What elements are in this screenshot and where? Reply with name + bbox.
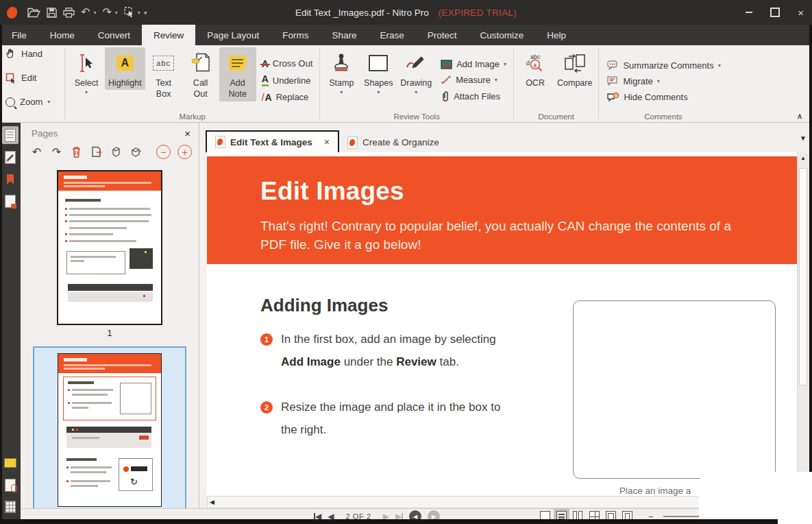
redo-icon[interactable]: ↷ [102, 7, 111, 18]
signatures-panel-button[interactable] [2, 148, 19, 166]
page-2-thumbnail-selected[interactable]: ↻ 2 [33, 346, 186, 524]
compare-button[interactable]: Compare [554, 47, 595, 90]
attachment-icon [5, 479, 16, 492]
select-dropdown-icon[interactable]: ▾ [85, 89, 88, 96]
edit-tool-button[interactable]: Edit [5, 73, 60, 84]
delete-page-icon[interactable] [70, 145, 83, 158]
select-tool-dropdown-icon[interactable]: ▾ [138, 10, 140, 16]
pages-panel-button[interactable] [2, 126, 19, 144]
minimize-button[interactable] [746, 12, 752, 13]
attachments-panel-button[interactable] [2, 476, 19, 494]
underline-button[interactable]: A Underline [262, 74, 313, 86]
tab-convert[interactable]: Convert [86, 25, 142, 45]
text-box-icon: abc [153, 56, 174, 71]
tab-forms[interactable]: Forms [271, 25, 320, 45]
section-title: Adding Images [260, 295, 388, 316]
ocr-button[interactable]: abcda OCR [517, 47, 554, 90]
migrate-button[interactable]: Migrate ▾ [607, 76, 720, 86]
add-image-dropdown-icon[interactable]: ▾ [504, 61, 506, 67]
secured-document-icon [5, 195, 16, 208]
document-group: abcda OCR Compare Document [514, 45, 598, 122]
comments-group: Summarize Comments ▾ Migrate ▾ 9 Hide Co… [599, 45, 727, 122]
extract-page-icon[interactable] [90, 145, 103, 158]
migrate-dropdown-icon[interactable]: ▾ [657, 78, 660, 84]
add-image-button[interactable]: Add Image ▾ [441, 59, 506, 69]
call-out-button[interactable]: Call Out [182, 47, 219, 102]
shapes-button[interactable]: Shapes ▾ [360, 47, 397, 98]
customize-quick-access-icon[interactable]: ▾ [144, 9, 147, 16]
rotate-left-icon[interactable]: ↶ [30, 145, 43, 158]
stamp-dropdown-icon[interactable]: ▾ [340, 89, 343, 96]
pages-panel-toolbar: ↶ ↷ − + [21, 141, 199, 162]
output-panel-button[interactable] [2, 498, 19, 516]
measure-icon [441, 75, 452, 85]
zoom-dropdown-icon[interactable]: ▾ [47, 99, 50, 105]
drawing-dropdown-icon[interactable]: ▾ [415, 89, 417, 96]
zoom-icon [5, 97, 15, 107]
cross-out-button[interactable]: A Cross Out [262, 58, 313, 69]
nitro-logo-icon [6, 6, 18, 19]
tab-file[interactable]: File [0, 25, 38, 45]
hide-comments-button[interactable]: 9 Hide Comments [607, 92, 720, 102]
doc-tab-close-icon[interactable]: × [324, 136, 330, 147]
maximize-button[interactable] [770, 8, 780, 17]
hand-tool-button[interactable]: Hand [5, 48, 60, 59]
print-icon[interactable] [63, 8, 75, 18]
tab-share[interactable]: Share [320, 25, 368, 45]
save-icon[interactable] [47, 8, 57, 18]
zoom-in-thumbnails-button[interactable]: + [177, 145, 192, 159]
collapse-ribbon-icon[interactable]: ∧ [797, 112, 802, 121]
shapes-dropdown-icon[interactable]: ▾ [377, 89, 380, 96]
zoom-out-thumbnails-button[interactable]: − [156, 145, 171, 159]
tab-page-layout[interactable]: Page Layout [195, 25, 271, 45]
select-button[interactable]: Select ▾ [68, 47, 105, 98]
summarize-comments-button[interactable]: Summarize Comments ▾ [607, 60, 720, 71]
select-tool-icon[interactable] [124, 7, 134, 18]
image-placeholder-box[interactable] [573, 300, 776, 479]
tab-help[interactable]: Help [535, 25, 578, 45]
tab-home[interactable]: Home [38, 25, 86, 45]
vertical-scrollbar-thumb[interactable] [799, 168, 807, 385]
undo-dropdown-icon[interactable]: ▾ [93, 10, 96, 16]
scroll-up-icon[interactable]: ▲ [798, 152, 809, 163]
tab-review[interactable]: Review [142, 25, 195, 45]
doc-tab-create-organize[interactable]: Create & Organize [339, 132, 447, 152]
highlight-icon: A [116, 56, 134, 71]
doc-tab-edit-text-images[interactable]: Edit Text & Images × [206, 130, 339, 152]
pages-panel-close-icon[interactable]: × [184, 128, 190, 139]
tab-erase[interactable]: Erase [368, 25, 415, 45]
nitro-doc-icon [215, 136, 225, 148]
page-1-thumbnail[interactable]: 1 [57, 170, 162, 338]
undo-icon[interactable]: ↶ [81, 7, 90, 18]
call-out-icon [191, 51, 210, 75]
summarize-comments-dropdown-icon[interactable]: ▾ [718, 62, 721, 69]
tab-protect[interactable]: Protect [416, 25, 469, 45]
add-note-button[interactable]: Add Note [219, 47, 256, 102]
vertical-scrollbar[interactable]: ▲ [797, 152, 809, 508]
markup-small-buttons: A Cross Out A Underline /A Replace [256, 47, 317, 109]
bookmarks-panel-button[interactable] [2, 170, 19, 188]
stamp-button[interactable]: Stamp ▾ [323, 47, 360, 98]
close-button[interactable]: × [798, 8, 804, 18]
zoom-tool-button[interactable]: Zoom ▾ [5, 97, 60, 107]
highlight-button[interactable]: A Highlight [105, 47, 145, 90]
comments-panel-button[interactable] [2, 454, 19, 472]
text-box-button[interactable]: abc Text Box [145, 47, 182, 102]
open-file-icon[interactable] [27, 8, 40, 18]
copy-page-icon[interactable] [110, 145, 123, 158]
security-panel-button[interactable] [2, 192, 19, 210]
replace-button[interactable]: /A Replace [262, 92, 313, 102]
hide-comments-icon: 9 [607, 92, 619, 102]
tab-list-dropdown-icon[interactable]: ▼ [800, 134, 807, 142]
redo-dropdown-icon[interactable]: ▾ [115, 10, 118, 16]
tab-customize[interactable]: Customize [468, 25, 535, 45]
measure-button[interactable]: Measure ▾ [441, 75, 506, 85]
measure-dropdown-icon[interactable]: ▾ [495, 77, 497, 83]
step-1-line-1: In the first box, add an image by select… [281, 333, 496, 346]
scroll-left-icon[interactable]: ◀ [208, 499, 214, 505]
insert-page-icon[interactable] [130, 145, 143, 158]
quick-access-toolbar: ↶ ▾ ↷ ▾ ▾ ▾ [0, 7, 147, 19]
drawing-button[interactable]: Drawing ▾ [397, 47, 435, 98]
attach-files-button[interactable]: Attach Files [441, 91, 506, 102]
rotate-right-icon[interactable]: ↷ [50, 145, 63, 158]
